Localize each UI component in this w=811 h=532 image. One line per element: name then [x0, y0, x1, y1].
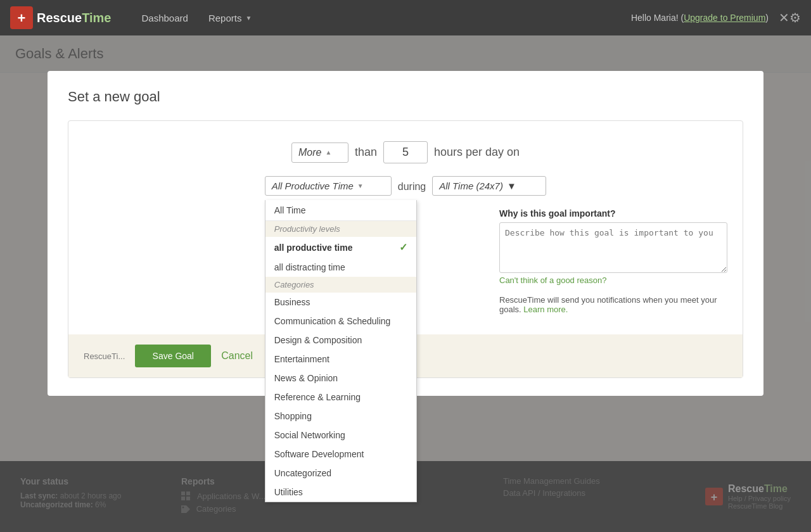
- direction-label: More: [298, 147, 321, 158]
- dropdown-section-categories: Categories: [265, 277, 416, 293]
- dropdown-section-productivity: Productivity levels: [265, 221, 416, 237]
- nav-reports[interactable]: Reports ▼: [198, 0, 262, 35]
- nav-dashboard[interactable]: Dashboard: [131, 0, 198, 35]
- logo-icon: +: [10, 6, 33, 29]
- form-right: Why is this goal important? Can't think …: [499, 208, 727, 324]
- background-page: Goals & Alerts Set a new goal More ▲ tha…: [0, 35, 811, 532]
- category-dropdown-wrapper: All Productive Time ▼ All Time Productiv…: [265, 176, 392, 196]
- dropdown-utilities[interactable]: Utilities: [265, 483, 416, 502]
- nav-links: Dashboard Reports ▼: [131, 0, 630, 35]
- rescuetime-note: RescueTi...: [84, 352, 125, 361]
- navbar: + RescueTime Dashboard Reports ▼ Hello M…: [0, 0, 811, 35]
- category-arrow: ▼: [357, 182, 364, 189]
- modal-inner: More ▲ than hours per day on All Product…: [68, 120, 743, 378]
- time-dropdown[interactable]: All Time (24x7) ▼: [432, 176, 546, 196]
- dropdown-communication[interactable]: Communication & Scheduling: [265, 312, 416, 331]
- dropdown-all-productive-label: all productive time: [274, 243, 353, 253]
- modal-title: Set a new goal: [68, 89, 743, 105]
- cancel-button[interactable]: Cancel: [221, 350, 253, 362]
- form-why-label: Why is this goal important?: [499, 208, 727, 218]
- category-dropdown[interactable]: All Productive Time ▼: [265, 176, 392, 196]
- dropdown-reference[interactable]: Reference & Learning: [265, 388, 416, 407]
- why-label-text: Why is this goal important?: [499, 208, 616, 218]
- check-icon: ✓: [399, 241, 407, 253]
- brand-logo[interactable]: + RescueTime: [10, 6, 111, 29]
- hello-text: Hello Maria! (Upgrade to Premium): [631, 13, 769, 23]
- cant-think-link[interactable]: Can't think of a good reason?: [499, 276, 606, 285]
- dropdown-news[interactable]: News & Opinion: [265, 369, 416, 388]
- dropdown-all-distracting[interactable]: all distracting time: [265, 258, 416, 277]
- hello-name: Hello Maria!: [631, 13, 679, 23]
- dropdown-entertainment[interactable]: Entertainment: [265, 350, 416, 369]
- dropdown-shopping[interactable]: Shopping: [265, 407, 416, 426]
- svg-text:+: +: [18, 10, 26, 26]
- goal-row1: More ▲ than hours per day on: [84, 141, 727, 163]
- modal-set-goal: Set a new goal More ▲ than hours per day…: [48, 71, 763, 396]
- during-text: during: [398, 176, 426, 193]
- time-label: All Time (24x7): [439, 180, 503, 191]
- dropdown-business[interactable]: Business: [265, 293, 416, 312]
- dropdown-all-time[interactable]: All Time: [265, 200, 416, 221]
- dropdown-social-networking[interactable]: Social Networking: [265, 426, 416, 445]
- upgrade-link[interactable]: Upgrade to Premium: [684, 13, 765, 23]
- form-notifications-section: RescueTime will send you notifications w…: [499, 295, 727, 314]
- dropdown-uncategorized[interactable]: Uncategorized: [265, 464, 416, 483]
- direction-arrow: ▲: [325, 149, 331, 156]
- form-why-section: Why is this goal important? Can't think …: [499, 208, 727, 285]
- nav-right: Hello Maria! (Upgrade to Premium) ✕⚙: [631, 10, 801, 25]
- notifications-text: RescueTime will send you notifications w…: [499, 295, 727, 314]
- direction-dropdown[interactable]: More ▲: [291, 142, 348, 163]
- learn-more-link[interactable]: Learn more.: [523, 305, 568, 314]
- category-dropdown-menu: All Time Productivity levels all product…: [265, 200, 417, 502]
- category-label: All Productive Time: [272, 180, 354, 191]
- goal-row2: All Productive Time ▼ All Time Productiv…: [84, 176, 727, 196]
- goal-description-textarea[interactable]: [499, 222, 727, 273]
- per-day-text: hours per day on: [434, 146, 520, 159]
- dropdown-software-development[interactable]: Software Development: [265, 445, 416, 464]
- time-arrow: ▼: [507, 180, 516, 191]
- dropdown-design[interactable]: Design & Composition: [265, 331, 416, 350]
- brand-rescue: RescueTime: [37, 11, 111, 25]
- than-text: than: [355, 146, 377, 159]
- save-goal-button[interactable]: Save Goal: [135, 345, 211, 367]
- hours-input[interactable]: [383, 141, 428, 163]
- tools-icon[interactable]: ✕⚙: [779, 10, 801, 25]
- nav-reports-label: Reports: [208, 13, 242, 23]
- dropdown-all-productive[interactable]: all productive time ✓: [265, 237, 416, 258]
- reports-chevron-icon: ▼: [245, 15, 252, 22]
